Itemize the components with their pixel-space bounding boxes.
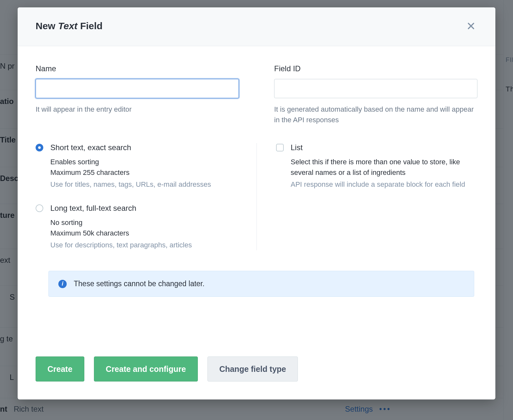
change-field-type-button[interactable]: Change field type xyxy=(207,356,298,381)
option-line: No sorting xyxy=(50,217,192,228)
long-text-radio[interactable] xyxy=(36,204,43,212)
modal-title: New Text Field xyxy=(36,21,103,31)
name-help-text: It will appear in the entry editor xyxy=(36,104,239,115)
create-button[interactable]: Create xyxy=(36,356,84,381)
option-line: Maximum 50k characters xyxy=(50,228,192,238)
notice-text: These settings cannot be changed later. xyxy=(74,279,205,288)
option-hint: Use for descriptions, text paragraphs, a… xyxy=(50,240,192,250)
text-type-options: Short text, exact search Enables sorting… xyxy=(36,143,257,250)
modal-header: New Text Field xyxy=(18,7,495,46)
long-text-option[interactable]: Long text, full-text search No sorting M… xyxy=(36,204,237,250)
list-option-section: List Select this if there is more than o… xyxy=(257,143,478,250)
name-field-group: Name It will appear in the entry editor xyxy=(36,64,239,125)
option-title: Short text, exact search xyxy=(50,143,211,152)
modal-title-post: Field xyxy=(78,21,103,31)
option-hint: Use for titles, names, tags, URLs, e-mai… xyxy=(50,179,211,190)
option-line: Select this if there is more than one va… xyxy=(291,157,478,178)
modal-footer: Create Create and configure Change field… xyxy=(18,339,495,399)
list-option[interactable]: List Select this if there is more than o… xyxy=(276,143,478,190)
list-checkbox[interactable] xyxy=(276,144,284,151)
modal-title-em: Text xyxy=(58,21,78,31)
create-and-configure-button[interactable]: Create and configure xyxy=(94,356,198,381)
option-title: List xyxy=(291,143,478,152)
field-id-label: Field ID xyxy=(274,64,477,73)
name-input[interactable] xyxy=(36,79,239,98)
name-label: Name xyxy=(36,64,239,73)
short-text-radio[interactable] xyxy=(36,144,43,151)
close-button[interactable] xyxy=(465,20,477,32)
info-icon: i xyxy=(58,280,67,288)
new-text-field-modal: New Text Field Name It will appear in th… xyxy=(18,7,495,399)
short-text-option[interactable]: Short text, exact search Enables sorting… xyxy=(36,143,237,190)
modal-title-pre: New xyxy=(36,21,58,31)
settings-warning-notice: i These settings cannot be changed later… xyxy=(48,271,474,297)
close-icon xyxy=(467,21,475,30)
field-id-group: Field ID It is generated automatically b… xyxy=(274,64,477,125)
option-title: Long text, full-text search xyxy=(50,204,192,213)
field-id-help-text: It is generated automatically based on t… xyxy=(274,104,477,125)
option-line: Enables sorting xyxy=(50,157,211,167)
modal-body: Name It will appear in the entry editor … xyxy=(18,46,495,339)
option-hint: API response will include a separate blo… xyxy=(291,179,478,190)
option-line: Maximum 255 characters xyxy=(50,167,211,178)
field-id-input[interactable] xyxy=(274,79,477,98)
